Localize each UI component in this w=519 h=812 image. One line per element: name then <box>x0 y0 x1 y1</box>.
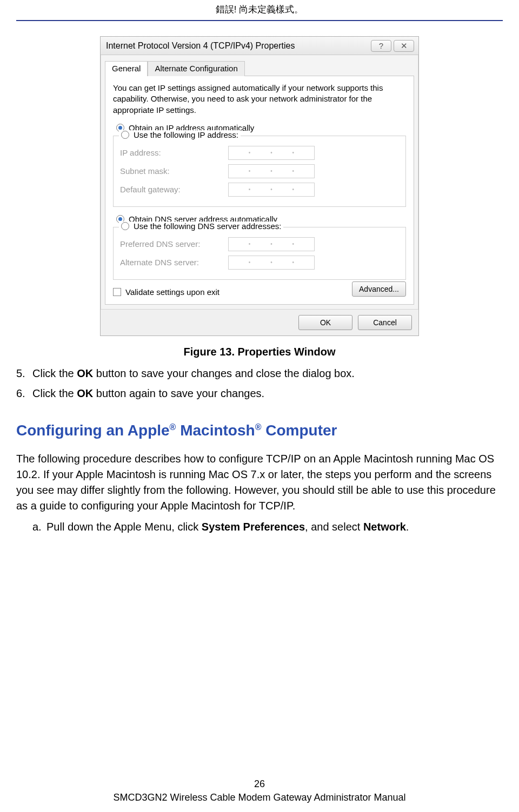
radio-label: Use the following IP address: <box>134 130 238 139</box>
step-bold: OK <box>77 387 93 399</box>
dialog-title: Internet Protocol Version 4 (TCP/IPv4) P… <box>106 41 369 51</box>
input-preferred-dns[interactable]: ••• <box>228 237 315 251</box>
dialog-titlebar: Internet Protocol Version 4 (TCP/IPv4) P… <box>101 37 418 55</box>
input-ip-address[interactable]: ••• <box>228 146 315 160</box>
radio-use-ip[interactable]: Use the following IP address: <box>119 130 241 139</box>
help-button[interactable]: ? <box>371 40 391 52</box>
step-6: 6. Click the OK button again to save you… <box>16 386 503 401</box>
substep-text: . <box>406 521 409 533</box>
label-default-gateway: Default gateway: <box>120 185 228 194</box>
intro-text: You can get IP settings assigned automat… <box>113 83 406 116</box>
step-number: 5. <box>16 366 32 381</box>
checkbox-label: Validate settings upon exit <box>125 287 219 297</box>
substep-bold: Network <box>363 521 406 533</box>
header-rule <box>16 20 503 21</box>
ip-fieldset: Use the following IP address: IP address… <box>113 136 406 207</box>
label-alternate-dns: Alternate DNS server: <box>120 258 228 267</box>
input-alternate-dns[interactable]: ••• <box>228 256 315 270</box>
document-body: 5. Click the OK button to save your chan… <box>0 366 519 535</box>
advanced-button[interactable]: Advanced... <box>352 281 406 297</box>
input-default-gateway[interactable]: ••• <box>228 183 315 197</box>
radio-icon <box>121 131 129 139</box>
ok-button[interactable]: OK <box>298 315 352 330</box>
radio-icon <box>121 222 129 230</box>
radio-use-dns[interactable]: Use the following DNS server addresses: <box>119 222 283 231</box>
label-subnet-mask: Subnet mask: <box>120 166 228 176</box>
dialog-footer: OK Cancel <box>101 309 418 335</box>
checkbox-icon <box>113 288 121 296</box>
substep-letter: a. <box>32 519 46 535</box>
step-text: Click the <box>32 367 77 379</box>
page-footer: 26 SMCD3GN2 Wireless Cable Modem Gateway… <box>0 779 519 803</box>
label-preferred-dns: Preferred DNS server: <box>120 239 228 249</box>
section-heading: Configuring an Apple® Macintosh® Compute… <box>16 420 503 442</box>
dialog-tabs: General Alternate Configuration <box>105 61 414 76</box>
page-header-error: 錯誤! 尚未定義樣式。 <box>0 0 519 16</box>
cancel-button[interactable]: Cancel <box>358 315 412 330</box>
substep-text: Pull down the Apple Menu, click <box>46 521 202 533</box>
figure-caption: Figure 13. Properties Window <box>0 346 519 358</box>
tab-body-general: You can get IP settings assigned automat… <box>105 76 414 305</box>
radio-label: Use the following DNS server addresses: <box>134 222 281 231</box>
step-5: 5. Click the OK button to save your chan… <box>16 366 503 381</box>
step-bold: OK <box>77 367 93 379</box>
step-text: button again to save your changes. <box>93 387 264 399</box>
substep-text: , and select <box>305 521 363 533</box>
tab-alternate-configuration[interactable]: Alternate Configuration <box>148 61 244 76</box>
tab-general[interactable]: General <box>105 61 148 76</box>
step-text: Click the <box>32 387 77 399</box>
section-paragraph: The following procedure describes how to… <box>16 451 503 514</box>
close-button[interactable]: ✕ <box>394 40 414 52</box>
ipv4-properties-dialog: Internet Protocol Version 4 (TCP/IPv4) P… <box>100 36 419 336</box>
label-ip-address: IP address: <box>120 148 228 157</box>
dns-fieldset: Use the following DNS server addresses: … <box>113 227 406 280</box>
substep-bold: System Preferences <box>202 521 305 533</box>
input-subnet-mask[interactable]: ••• <box>228 164 315 178</box>
substep-a: a. Pull down the Apple Menu, click Syste… <box>32 519 503 535</box>
step-number: 6. <box>16 386 32 401</box>
page-number: 26 <box>0 779 519 790</box>
manual-title: SMCD3GN2 Wireless Cable Modem Gateway Ad… <box>0 792 519 803</box>
step-text: button to save your changes and close th… <box>93 367 355 379</box>
